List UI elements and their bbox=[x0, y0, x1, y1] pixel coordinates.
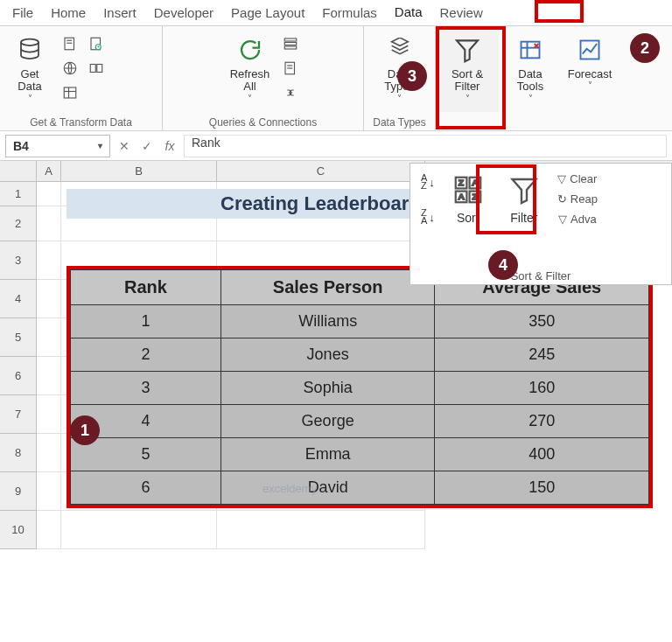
table-cell[interactable]: Emma bbox=[220, 438, 435, 471]
cell[interactable] bbox=[37, 241, 61, 280]
sort-label: Sort bbox=[457, 211, 480, 225]
fx-icon[interactable]: fx bbox=[161, 139, 178, 153]
th-sales-person[interactable]: Sales Person bbox=[220, 270, 435, 305]
from-table-icon[interactable] bbox=[60, 82, 80, 103]
select-all-corner[interactable] bbox=[0, 161, 37, 181]
table-row[interactable]: 4George270 bbox=[71, 405, 649, 438]
table-cell[interactable]: 2 bbox=[71, 338, 221, 372]
filter-button[interactable]: Filter bbox=[496, 169, 552, 263]
cell[interactable] bbox=[37, 434, 61, 472]
svg-point-0 bbox=[21, 39, 38, 46]
table-row[interactable]: 1Williams350 bbox=[71, 305, 649, 338]
formula-input[interactable]: Rank bbox=[184, 135, 667, 157]
th-rank[interactable]: Rank bbox=[71, 270, 221, 305]
table-row[interactable]: 2Jones245 bbox=[71, 338, 649, 372]
group-queries: Refresh All ˅ Queries & Connections bbox=[163, 26, 364, 130]
tab-formulas[interactable]: Formulas bbox=[313, 2, 386, 24]
row-header[interactable]: 3 bbox=[0, 241, 37, 280]
cell[interactable] bbox=[37, 511, 61, 549]
tab-data[interactable]: Data bbox=[386, 1, 431, 24]
sort-filter-dropdown: AZ↓ ZA↓ ZAAZ Sort Filter ▽Clear ↻Reap ▽A… bbox=[410, 163, 672, 285]
cancel-icon[interactable]: ✕ bbox=[116, 139, 133, 153]
table-cell[interactable]: 3 bbox=[71, 372, 221, 405]
row-header[interactable]: 7 bbox=[0, 395, 37, 434]
cell[interactable] bbox=[61, 511, 217, 549]
chevron-down-icon: ˅ bbox=[588, 80, 592, 90]
row-header[interactable]: 8 bbox=[0, 434, 37, 472]
sort-button[interactable]: ZAAZ Sort bbox=[440, 169, 496, 263]
recent-sources-icon[interactable] bbox=[86, 33, 107, 54]
tab-developer[interactable]: Developer bbox=[145, 2, 222, 24]
forecast-button[interactable]: Forecast ˅ bbox=[562, 30, 618, 112]
reapply-button[interactable]: ↻Reap bbox=[557, 192, 598, 206]
table-cell[interactable]: 350 bbox=[435, 305, 649, 338]
table-row[interactable]: 3Sophia160 bbox=[71, 372, 649, 405]
row-header[interactable]: 2 bbox=[0, 206, 37, 241]
sort-az-button[interactable]: AZ↓ bbox=[421, 174, 435, 190]
from-text-icon[interactable] bbox=[60, 33, 80, 54]
col-header-c[interactable]: C bbox=[217, 161, 425, 181]
queries-icon[interactable] bbox=[280, 33, 301, 54]
col-header-a[interactable]: A bbox=[37, 161, 61, 181]
tab-home[interactable]: Home bbox=[42, 2, 94, 24]
cell[interactable] bbox=[217, 511, 425, 549]
row-header[interactable]: 1 bbox=[0, 182, 37, 206]
existing-conn-icon[interactable] bbox=[86, 58, 107, 79]
annotation-1: 1 bbox=[70, 415, 100, 445]
name-box[interactable]: B4 ▾ bbox=[5, 135, 110, 157]
table-cell[interactable]: Jones bbox=[220, 338, 435, 372]
properties-icon[interactable] bbox=[280, 58, 301, 79]
svg-rect-5 bbox=[64, 87, 76, 98]
row-header[interactable]: 6 bbox=[0, 357, 37, 395]
tab-insert[interactable]: Insert bbox=[94, 2, 145, 24]
table-cell[interactable]: 6 bbox=[71, 471, 221, 505]
data-tools-button[interactable]: Data Tools ˅ bbox=[504, 30, 556, 112]
group-label-queries: Queries & Connections bbox=[168, 116, 358, 129]
cell[interactable] bbox=[37, 318, 61, 357]
table-cell[interactable]: George bbox=[220, 405, 435, 438]
row-header[interactable]: 5 bbox=[0, 318, 37, 357]
table-cell[interactable]: 160 bbox=[435, 372, 649, 405]
cell[interactable] bbox=[37, 206, 61, 241]
table-cell[interactable]: 270 bbox=[435, 405, 649, 438]
cell[interactable] bbox=[37, 182, 61, 206]
clear-button[interactable]: ▽Clear bbox=[557, 172, 597, 185]
tab-review[interactable]: Review bbox=[431, 2, 492, 24]
group-get-transform: Get Data ˅ Get & Transform Data bbox=[0, 26, 163, 130]
table-cell[interactable]: David bbox=[220, 471, 435, 505]
edit-links-icon[interactable] bbox=[280, 82, 301, 103]
funnel-icon bbox=[452, 35, 482, 65]
table-cell[interactable]: Sophia bbox=[220, 372, 435, 405]
tab-page-layout[interactable]: Page Layout bbox=[222, 2, 313, 24]
refresh-all-button[interactable]: Refresh All ˅ bbox=[226, 30, 275, 112]
svg-marker-33 bbox=[512, 179, 536, 203]
row-header[interactable]: 9 bbox=[0, 472, 37, 511]
table-cell[interactable]: Williams bbox=[220, 305, 435, 338]
svg-text:Z: Z bbox=[472, 192, 478, 201]
advanced-button[interactable]: ▽Adva bbox=[558, 213, 597, 226]
row-header[interactable]: 10 bbox=[0, 511, 37, 549]
table-row[interactable]: 5Emma400 bbox=[71, 438, 649, 471]
col-header-b[interactable]: B bbox=[61, 161, 217, 181]
table-cell[interactable]: 245 bbox=[435, 338, 649, 372]
name-box-dropdown-icon[interactable]: ▾ bbox=[98, 141, 102, 150]
cell[interactable] bbox=[37, 472, 61, 511]
enter-icon[interactable]: ✓ bbox=[138, 139, 156, 153]
svg-rect-1 bbox=[65, 38, 74, 50]
tab-file[interactable]: File bbox=[4, 2, 42, 24]
get-data-button[interactable]: Get Data ˅ bbox=[5, 30, 54, 112]
sort-filter-button[interactable]: Sort & Filter ˅ bbox=[436, 30, 499, 112]
sort-za-button[interactable]: ZA↓ bbox=[421, 209, 435, 225]
table-cell[interactable]: 1 bbox=[71, 305, 221, 338]
row-header[interactable]: 4 bbox=[0, 280, 37, 318]
cell[interactable] bbox=[37, 280, 61, 318]
cell[interactable] bbox=[37, 357, 61, 395]
reapply-icon: ↻ bbox=[557, 192, 567, 206]
svg-text:Z: Z bbox=[458, 178, 464, 187]
table-cell[interactable]: 400 bbox=[435, 438, 649, 471]
cell[interactable] bbox=[37, 395, 61, 434]
table-cell[interactable]: 150 bbox=[435, 471, 649, 505]
ribbon-body: Get Data ˅ Get & Transform Data Refresh … bbox=[0, 26, 672, 131]
table-row[interactable]: 6David150 bbox=[71, 471, 649, 505]
from-web-icon[interactable] bbox=[60, 58, 80, 79]
